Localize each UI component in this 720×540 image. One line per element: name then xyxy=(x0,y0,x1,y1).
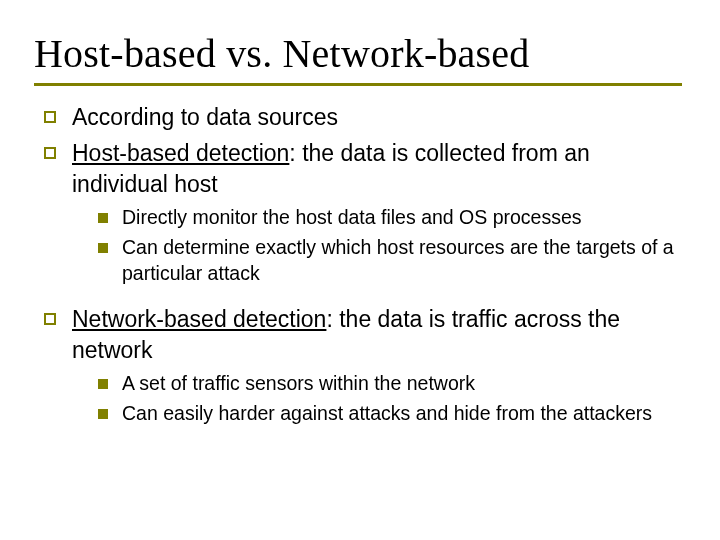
bullet-l1: According to data sources xyxy=(44,102,682,132)
bullet-l1: Network-based detection: the data is tra… xyxy=(44,304,682,365)
bullet-l2: Directly monitor the host data files and… xyxy=(98,205,682,231)
slide-title: Host-based vs. Network-based xyxy=(34,30,682,77)
bullet-text: Host-based detection: the data is collec… xyxy=(72,138,682,199)
hollow-square-icon xyxy=(44,147,56,159)
solid-square-icon xyxy=(98,243,108,253)
bullet-underline: Host-based detection xyxy=(72,140,289,166)
bullet-l2: Can easily harder against attacks and hi… xyxy=(98,401,682,427)
bullet-l1: Host-based detection: the data is collec… xyxy=(44,138,682,199)
title-underline xyxy=(34,83,682,86)
solid-square-icon xyxy=(98,213,108,223)
spacer xyxy=(34,290,682,298)
bullet-underline: Network-based detection xyxy=(72,306,326,332)
bullet-l2: Can determine exactly which host resourc… xyxy=(98,235,682,286)
bullet-l2: A set of traffic sensors within the netw… xyxy=(98,371,682,397)
slide: Host-based vs. Network-based According t… xyxy=(0,0,720,540)
bullet-text: Can easily harder against attacks and hi… xyxy=(122,401,682,427)
bullet-text: A set of traffic sensors within the netw… xyxy=(122,371,682,397)
bullet-text: Network-based detection: the data is tra… xyxy=(72,304,682,365)
bullet-text: Can determine exactly which host resourc… xyxy=(122,235,682,286)
solid-square-icon xyxy=(98,379,108,389)
hollow-square-icon xyxy=(44,313,56,325)
hollow-square-icon xyxy=(44,111,56,123)
bullet-text: Directly monitor the host data files and… xyxy=(122,205,682,231)
solid-square-icon xyxy=(98,409,108,419)
bullet-text: According to data sources xyxy=(72,102,682,132)
